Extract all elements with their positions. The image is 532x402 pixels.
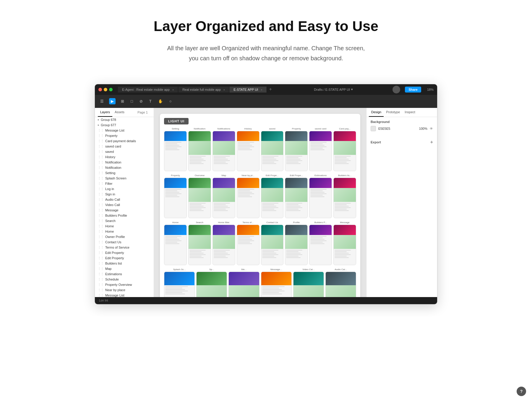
list-item[interactable]: ⋮⋮Property	[95, 133, 154, 138]
list-item[interactable]: ⋮⋮Home	[95, 229, 154, 234]
list-item[interactable]: ⋮⋮Terms of Service	[95, 245, 154, 250]
list-item[interactable]: ⋮⋮Builders list	[95, 261, 154, 266]
list-item[interactable]: ⋮⋮Notification	[95, 165, 154, 170]
list-item[interactable]: ⋮⋮Sign in	[95, 192, 154, 197]
close-button[interactable]	[98, 88, 102, 91]
dropdown-chevron-icon[interactable]: ▾	[351, 87, 353, 91]
prototype-tab[interactable]: Prototype	[384, 108, 402, 117]
list-item[interactable]: ⋮⋮Property Overview	[95, 282, 154, 287]
screen-thumbnail[interactable]	[213, 131, 235, 171]
tab-close-icon[interactable]: ×	[261, 88, 262, 91]
screen-thumbnail[interactable]	[285, 225, 308, 265]
list-item[interactable]: ⋮⋮Card payment details	[95, 138, 154, 144]
screen-thumbnail[interactable]	[228, 272, 259, 297]
add-export-button[interactable]: +	[430, 140, 433, 145]
minimize-button[interactable]	[104, 88, 107, 91]
screen-thumbnail[interactable]	[213, 178, 235, 218]
list-item[interactable]: ⋮⋮Map	[95, 266, 154, 271]
assets-tab[interactable]: Assets	[112, 108, 127, 117]
tab-eageni[interactable]: E-Ageni : Real estate mobile app ×	[118, 87, 178, 93]
list-item[interactable]: ⋮⋮Message List	[95, 293, 154, 297]
move-tool[interactable]: ▶	[109, 98, 116, 104]
list-item[interactable]: ▸ Group 678	[95, 117, 154, 122]
list-item[interactable]: ⋮⋮Splash Screen	[95, 176, 154, 181]
screen-thumbnail[interactable]	[309, 131, 332, 171]
screen-thumbnail[interactable]	[261, 131, 284, 171]
list-item[interactable]: ⋮⋮Edit Property	[95, 250, 154, 255]
screen-thumbnail[interactable]	[261, 178, 284, 218]
design-tab[interactable]: Design	[369, 108, 384, 117]
screen-thumbnail[interactable]	[333, 131, 356, 171]
share-button[interactable]: Share	[405, 87, 421, 93]
list-item[interactable]: ⋮⋮Near by place	[95, 287, 154, 293]
screen-thumbnail[interactable]	[237, 178, 259, 218]
list-item[interactable]: ⋮⋮Filter	[95, 181, 154, 186]
screen-thumbnail[interactable]	[164, 178, 187, 218]
screen-wrapper: Property	[285, 127, 308, 171]
right-panel-tabs: Design Prototype Inspect	[366, 108, 437, 117]
screen-wrapper: Sp...	[196, 268, 227, 297]
list-item[interactable]: ⋮⋮Log in	[95, 186, 154, 192]
list-item[interactable]: ⋮⋮Setting	[95, 170, 154, 176]
screen-thumbnail[interactable]	[285, 131, 308, 171]
screen-thumbnail[interactable]	[261, 272, 292, 297]
add-tab-button[interactable]: +	[267, 87, 274, 93]
color-swatch[interactable]	[371, 126, 376, 131]
layer-icon: ⋮⋮	[98, 240, 104, 244]
tab-close-icon[interactable]: ×	[223, 88, 225, 91]
frame-tool[interactable]: ⊞	[120, 98, 125, 105]
list-item[interactable]: ⋮⋮Video Call	[95, 202, 154, 208]
screen-thumbnail[interactable]	[309, 225, 332, 265]
list-item[interactable]: ⋮⋮Builders Profile	[95, 213, 154, 218]
comment-tool[interactable]: ○	[168, 98, 173, 105]
list-item[interactable]: ⋮⋮Contact Us	[95, 239, 154, 245]
screen-thumbnail[interactable]	[188, 225, 211, 265]
layers-tab[interactable]: Layers	[98, 108, 112, 117]
list-item[interactable]: ▸ Group 677	[95, 122, 154, 128]
screen-thumbnail[interactable]	[188, 178, 211, 218]
tab-estate-active[interactable]: E-STATE APP UI ×	[229, 87, 267, 93]
list-item[interactable]: ⋮⋮History	[95, 154, 154, 160]
list-item[interactable]: ⋮⋮Notification	[95, 160, 154, 165]
shape-tool[interactable]: □	[129, 98, 134, 105]
hand-tool[interactable]: ✋	[157, 98, 164, 105]
screen-thumbnail[interactable]	[333, 225, 356, 265]
screen-thumbnail[interactable]	[164, 272, 195, 297]
screen-thumbnail[interactable]	[164, 131, 187, 171]
list-item[interactable]: ⋮⋮Audio Call	[95, 197, 154, 202]
maximize-button[interactable]	[109, 88, 113, 91]
list-item[interactable]: ⋮⋮Home	[95, 223, 154, 229]
screen-thumbnail[interactable]	[188, 131, 211, 171]
tab-close-icon[interactable]: ×	[172, 88, 174, 91]
list-item[interactable]: ⋮⋮Search	[95, 218, 154, 223]
list-item[interactable]: ⋮⋮Owner Profile	[95, 234, 154, 239]
screen-thumbnail[interactable]	[196, 272, 227, 297]
pen-tool[interactable]: ⊘	[138, 98, 144, 105]
text-tool[interactable]: T	[148, 98, 153, 105]
list-item[interactable]: ⋮⋮Message List	[95, 128, 154, 133]
list-item[interactable]: ⋮⋮Schedule	[95, 277, 154, 282]
screen-thumbnail[interactable]	[164, 225, 187, 265]
screen-thumbnail[interactable]	[237, 131, 259, 171]
menu-icon[interactable]: ☰	[99, 98, 105, 105]
tab-realestate[interactable]: Real estate full mobile app ×	[178, 87, 229, 93]
screen-wrapper: Edit Prope...	[261, 174, 284, 218]
screen-thumbnail[interactable]	[333, 178, 356, 218]
screen-thumbnail[interactable]	[285, 178, 308, 218]
list-item[interactable]: ⋮⋮Message	[95, 208, 154, 213]
screen-thumbnail[interactable]	[309, 178, 332, 218]
figma-canvas[interactable]: LIGHT UI SettingNotificationNotification…	[154, 108, 366, 297]
inspect-tab[interactable]: Inspect	[402, 108, 417, 117]
screen-thumbnail[interactable]	[213, 225, 235, 265]
list-item[interactable]: ⋮⋮Edit Property	[95, 255, 154, 261]
screen-thumbnail[interactable]	[261, 225, 284, 265]
list-item[interactable]: ⋮⋮Estimations	[95, 271, 154, 277]
screen-thumbnail[interactable]	[293, 272, 324, 297]
screen-label: Property	[285, 127, 308, 130]
canvas-content: LIGHT UI SettingNotificationNotification…	[160, 114, 360, 297]
list-item[interactable]: ⋮⋮saved card	[95, 144, 154, 149]
eye-icon[interactable]: 👁	[430, 127, 433, 130]
screen-thumbnail[interactable]	[237, 225, 259, 265]
list-item[interactable]: ⋮⋮saved	[95, 149, 154, 154]
screen-thumbnail[interactable]	[325, 272, 356, 297]
